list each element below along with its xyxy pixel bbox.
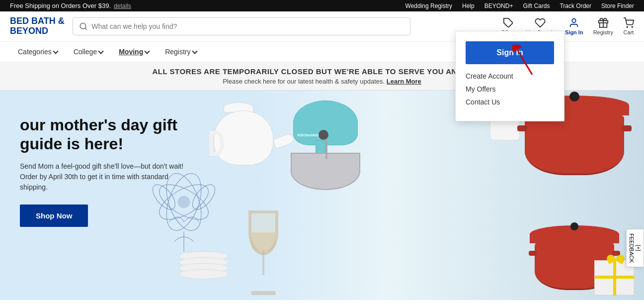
cart-icon [623,17,634,28]
lid-knob-large [569,92,579,102]
whisk [325,139,327,159]
ribbon-vertical [613,261,616,296]
handle-left-sm [529,251,537,256]
arrow-svg [512,45,537,80]
signin-dropdown: Sign In Create Account My Offers Contact… [455,31,564,121]
plates-stack [179,251,229,275]
search-icon [79,22,87,31]
mixer-knob [319,130,328,140]
svg-point-3 [572,19,576,22]
nav-registry[interactable]: Registry [157,42,204,62]
svg-point-0 [80,23,86,29]
hero-section: our mother's day gift guide is here! Sen… [0,91,644,300]
create-account-link[interactable]: Create Account [466,72,554,80]
sign-in-label: Sign In [565,29,583,35]
kitchenaid-label: KitchenAid [298,133,319,137]
red-arrow-indicator [512,45,537,81]
logo-line1: BED BATH & [10,16,65,26]
feedback-button[interactable]: [+] FEEDBACK [626,229,644,267]
teapot-image [209,101,278,175]
store-finder-link[interactable]: Store Finder [601,2,634,9]
top-nav-links: Wedding Registry Help BEYOND+ Gift Cards… [405,2,634,9]
teapot-handle [209,131,224,156]
my-offers-link[interactable]: My Offers [466,85,554,93]
beyond-plus-link[interactable]: BEYOND+ [484,2,513,9]
lid-knob-small [570,222,578,230]
search-input[interactable] [91,22,404,30]
bow [607,255,625,264]
svg-line-1 [85,28,86,29]
nav-college[interactable]: College [66,42,111,62]
registry-icon-item[interactable]: Registry [593,17,613,35]
cart-icon-item[interactable]: Cart [623,17,634,35]
details-link[interactable]: details [114,2,131,9]
mixer-bowl [291,153,360,190]
svg-point-14 [149,181,179,213]
handle-right [622,125,632,131]
college-chevron-icon [98,48,104,54]
svg-point-12 [178,196,190,208]
learn-more-link[interactable]: Learn More [387,78,421,85]
feedback-label: FEEDBACK [629,233,635,263]
gift-cards-link[interactable]: Gift Cards [523,2,550,9]
teapot-body [214,110,273,165]
dutch-body-large [525,115,624,175]
free-shipping-text: Free Shipping on Orders Over $39. [10,2,111,9]
svg-point-15 [188,181,219,213]
wine-liquid [251,232,275,252]
nav-categories[interactable]: Categories [10,42,66,62]
wine-glass-base [251,291,276,295]
mixer-image: KitchenAid [288,101,363,190]
help-link[interactable]: Help [462,2,475,9]
shop-now-button[interactable]: Shop Now [20,205,88,227]
svg-point-7 [632,26,633,27]
announcement-bar: Free Shipping on Orders Over $39. detail… [0,0,644,11]
hero-title: our mother's day gift guide is here! [20,115,194,154]
categories-chevron-icon [53,48,58,54]
gift-icon [598,17,609,28]
announcement-text: Free Shipping on Orders Over $39. detail… [10,2,131,9]
wedding-registry-link[interactable]: Wedding Registry [405,2,453,9]
search-bar[interactable] [73,17,410,35]
wine-glass-image [248,205,278,295]
wine-glass-stem [262,250,264,275]
user-icon [568,17,579,28]
registry-label: Registry [593,29,613,35]
handle-left [517,125,527,131]
wine-glass-bowl [248,210,278,255]
track-order-link[interactable]: Track Order [560,2,591,9]
contact-us-link[interactable]: Contact Us [466,98,554,106]
hero-content: our mother's day gift guide is here! Sen… [0,91,214,252]
registry-chevron-icon [192,48,197,54]
cart-label: Cart [624,29,634,35]
sign-in-icon-item[interactable]: Sign In [565,17,583,35]
plate-4 [179,269,229,279]
dropdown-sign-in-button[interactable]: Sign In [466,41,554,64]
svg-line-17 [517,50,532,75]
tag-icon [503,17,514,28]
feedback-icon: [+] [636,245,642,251]
moving-chevron-icon [145,48,150,54]
logo-line2: BEYOND [10,26,65,36]
nav-moving[interactable]: Moving [111,42,157,62]
heart-icon [535,17,546,28]
svg-point-6 [627,26,628,27]
logo[interactable]: BED BATH & BEYOND [10,16,65,36]
